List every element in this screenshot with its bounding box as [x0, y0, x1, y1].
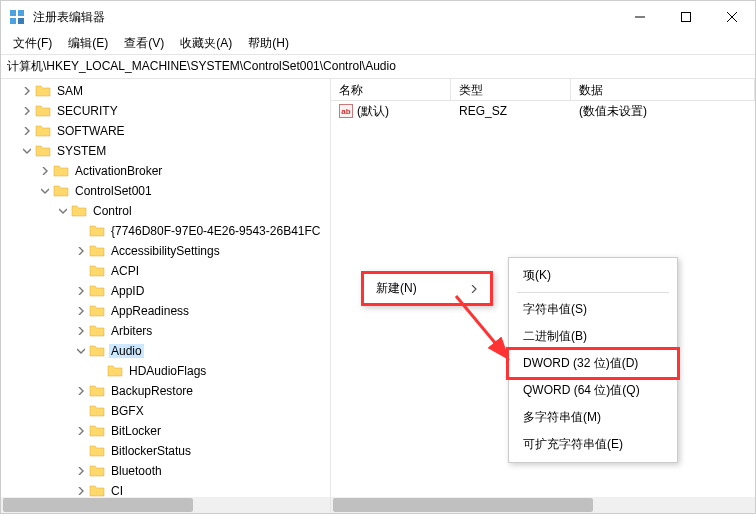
chevron-right-icon[interactable] — [73, 463, 89, 479]
ctx-new-qword[interactable]: QWORD (64 位)值(Q) — [509, 377, 677, 404]
folder-icon — [89, 303, 105, 319]
tree-item[interactable]: BackupRestore — [1, 381, 330, 401]
folder-icon — [35, 103, 51, 119]
tree-item-label: ControlSet001 — [73, 184, 154, 198]
chevron-right-icon[interactable] — [73, 383, 89, 399]
ctx-new-string[interactable]: 字符串值(S) — [509, 296, 677, 323]
ctx-new-expand[interactable]: 可扩充字符串值(E) — [509, 431, 677, 458]
ctx-new-dword[interactable]: DWORD (32 位)值(D) — [509, 350, 677, 377]
cell-name: ab(默认) — [331, 101, 451, 122]
window-title: 注册表编辑器 — [33, 9, 617, 26]
menu-edit[interactable]: 编辑(E) — [60, 33, 116, 54]
chevron-right-icon[interactable] — [37, 163, 53, 179]
chevron-right-icon[interactable] — [73, 483, 89, 497]
cell-data: (数值未设置) — [571, 101, 755, 122]
menu-view[interactable]: 查看(V) — [116, 33, 172, 54]
list-hscrollbar[interactable] — [331, 497, 755, 513]
address-bar[interactable]: 计算机\HKEY_LOCAL_MACHINE\SYSTEM\ControlSet… — [1, 55, 755, 79]
ctx-new-binary[interactable]: 二进制值(B) — [509, 323, 677, 350]
app-icon — [9, 9, 25, 25]
tree-item[interactable]: AccessibilitySettings — [1, 241, 330, 261]
tree-item[interactable]: ControlSet001 — [1, 181, 330, 201]
tree-item-label: SOFTWARE — [55, 124, 127, 138]
chevron-right-icon[interactable] — [73, 323, 89, 339]
tree-item-label: CI — [109, 484, 125, 497]
registry-tree[interactable]: SAMSECURITYSOFTWARESYSTEMActivationBroke… — [1, 79, 330, 497]
chevron-right-icon[interactable] — [73, 283, 89, 299]
tree-item-label: AppReadiness — [109, 304, 191, 318]
table-row[interactable]: ab(默认)REG_SZ(数值未设置) — [331, 101, 755, 121]
tree-item-label: SAM — [55, 84, 85, 98]
chevron-right-icon[interactable] — [19, 83, 35, 99]
folder-icon — [107, 363, 123, 379]
ctx-new-multi[interactable]: 多字符串值(M) — [509, 404, 677, 431]
chevron-right-icon[interactable] — [19, 123, 35, 139]
svg-rect-3 — [18, 18, 24, 24]
folder-icon — [89, 443, 105, 459]
tree-item[interactable]: Audio — [1, 341, 330, 361]
chevron-down-icon[interactable] — [73, 343, 89, 359]
tree-item-label: Audio — [109, 344, 144, 358]
col-name[interactable]: 名称 — [331, 79, 451, 100]
string-value-icon: ab — [339, 104, 353, 118]
tree-item-label: BitlockerStatus — [109, 444, 193, 458]
tree-item[interactable]: BitlockerStatus — [1, 441, 330, 461]
context-submenu-new: 项(K) 字符串值(S) 二进制值(B) DWORD (32 位)值(D) QW… — [508, 257, 678, 463]
chevron-down-icon[interactable] — [19, 143, 35, 159]
tree-hscrollbar[interactable] — [1, 497, 330, 513]
folder-icon — [35, 123, 51, 139]
chevron-down-icon[interactable] — [55, 203, 71, 219]
col-data[interactable]: 数据 — [571, 79, 755, 100]
menu-file[interactable]: 文件(F) — [5, 33, 60, 54]
tree-item[interactable]: SAM — [1, 81, 330, 101]
folder-icon — [71, 203, 87, 219]
tree-item[interactable]: SECURITY — [1, 101, 330, 121]
svg-rect-0 — [10, 10, 16, 16]
folder-icon — [89, 343, 105, 359]
tree-item[interactable]: BitLocker — [1, 421, 330, 441]
tree-item[interactable]: AppReadiness — [1, 301, 330, 321]
tree-item-label: HDAudioFlags — [127, 364, 208, 378]
tree-item-label: AccessibilitySettings — [109, 244, 222, 258]
address-text: 计算机\HKEY_LOCAL_MACHINE\SYSTEM\ControlSet… — [7, 58, 396, 75]
tree-item-label: AppID — [109, 284, 146, 298]
maximize-button[interactable] — [663, 1, 709, 33]
close-button[interactable] — [709, 1, 755, 33]
chevron-right-icon[interactable] — [73, 423, 89, 439]
chevron-down-icon[interactable] — [37, 183, 53, 199]
list-body[interactable]: ab(默认)REG_SZ(数值未设置) 新建(N) 项(K) 字符串值(S) 二… — [331, 101, 755, 513]
tree-item[interactable]: BGFX — [1, 401, 330, 421]
title-bar: 注册表编辑器 — [1, 1, 755, 33]
tree-item[interactable]: SOFTWARE — [1, 121, 330, 141]
menu-favorites[interactable]: 收藏夹(A) — [172, 33, 240, 54]
folder-icon — [89, 383, 105, 399]
tree-item[interactable]: {7746D80F-97E0-4E26-9543-26B41FC — [1, 221, 330, 241]
tree-item[interactable]: Bluetooth — [1, 461, 330, 481]
menu-help[interactable]: 帮助(H) — [240, 33, 297, 54]
tree-item[interactable]: SYSTEM — [1, 141, 330, 161]
chevron-right-icon[interactable] — [73, 303, 89, 319]
tree-item[interactable]: Arbiters — [1, 321, 330, 341]
tree-item[interactable]: HDAudioFlags — [1, 361, 330, 381]
scrollbar-thumb[interactable] — [333, 498, 593, 512]
minimize-button[interactable] — [617, 1, 663, 33]
tree-item-label: SECURITY — [55, 104, 120, 118]
ctx-new[interactable]: 新建(N) — [364, 274, 490, 303]
svg-rect-5 — [682, 13, 691, 22]
tree-item-label: BGFX — [109, 404, 146, 418]
tree-item-label: Control — [91, 204, 134, 218]
ctx-new-key[interactable]: 项(K) — [509, 262, 677, 289]
twisty-none — [73, 223, 89, 239]
col-type[interactable]: 类型 — [451, 79, 571, 100]
chevron-right-icon[interactable] — [73, 243, 89, 259]
tree-item[interactable]: ACPI — [1, 261, 330, 281]
tree-item[interactable]: Control — [1, 201, 330, 221]
scrollbar-thumb[interactable] — [3, 498, 193, 512]
tree-item[interactable]: CI — [1, 481, 330, 497]
tree-item[interactable]: ActivationBroker — [1, 161, 330, 181]
tree-item-label: {7746D80F-97E0-4E26-9543-26B41FC — [109, 224, 322, 238]
twisty-none — [91, 363, 107, 379]
tree-item[interactable]: AppID — [1, 281, 330, 301]
main-area: SAMSECURITYSOFTWARESYSTEMActivationBroke… — [1, 79, 755, 513]
chevron-right-icon[interactable] — [19, 103, 35, 119]
